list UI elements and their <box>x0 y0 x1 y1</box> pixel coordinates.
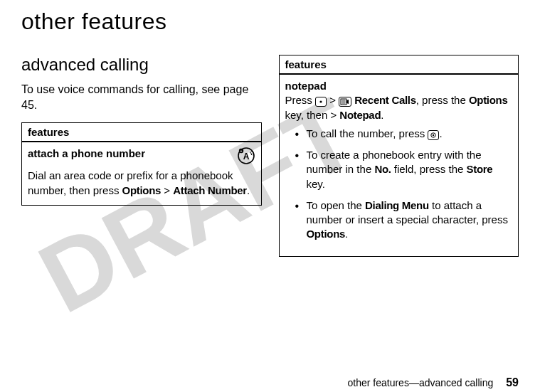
notepad-label: Notepad <box>339 109 381 121</box>
intro-page-ref: 45 <box>21 99 34 111</box>
send-key-icon <box>428 130 439 140</box>
no-field-label: No. <box>374 163 391 175</box>
b3-c: . <box>345 228 348 240</box>
feature-desc: Dial an area code or prefix for a phoneb… <box>28 169 255 198</box>
right-column: features notepad Press > <box>279 55 519 257</box>
feature-box-notepad: features notepad Press > <box>279 55 519 257</box>
accessibility-icon: + A <box>237 147 255 169</box>
feature-subtitle: attach a phone number <box>28 147 145 161</box>
b2-c: key. <box>307 178 325 190</box>
intro-b: . <box>34 99 37 111</box>
press2: , press the <box>416 94 469 106</box>
gt: > <box>161 184 173 196</box>
svg-point-11 <box>433 134 434 136</box>
feature-box-header: features <box>22 123 261 142</box>
gt1: > <box>327 94 339 106</box>
svg-text:A: A <box>243 152 249 161</box>
svg-point-5 <box>319 101 322 103</box>
desc-b: . <box>247 184 250 196</box>
list-item: To create a phonebook entry with the num… <box>298 148 513 191</box>
notepad-instructions: Press > Recent Calls, <box>285 93 513 122</box>
left-column: advanced calling To use voice commands f… <box>21 55 262 257</box>
notepad-bullets: To call the number, press . To create a … <box>285 127 513 242</box>
page-footer: other features—advanced calling 59 <box>348 376 519 389</box>
feature-subtitle: notepad <box>285 79 513 93</box>
center-key-icon <box>315 97 327 107</box>
b1-b: . <box>439 127 442 139</box>
recent-calls-label: Recent Calls <box>354 94 415 106</box>
svg-text:+: + <box>240 149 242 153</box>
b2-b: field, press the <box>391 163 467 175</box>
page-title: other features <box>21 9 519 35</box>
options-key-label: Options <box>307 228 346 240</box>
page-number: 59 <box>506 376 519 389</box>
period: . <box>381 109 383 121</box>
store-key-label: Store <box>467 163 493 175</box>
b1-a: To call the number, press <box>307 127 428 139</box>
attach-number-label: Attach Number <box>173 184 247 196</box>
feature-box-header: features <box>280 55 519 75</box>
options-key-label: Options <box>469 94 508 106</box>
list-item: To call the number, press . <box>298 127 513 141</box>
press3: key, then > <box>285 109 340 121</box>
b3-a: To open the <box>307 199 366 211</box>
feature-box-attach-number: features attach a phone number + A <box>21 122 262 206</box>
press-label: Press <box>285 94 316 106</box>
intro-a: To use voice commands for calling, see p… <box>21 83 248 95</box>
dialing-menu-label: Dialing Menu <box>365 199 429 211</box>
options-key-label: Options <box>122 184 162 196</box>
recent-calls-menu-icon <box>339 97 351 107</box>
list-item: To open the Dialing Menu to attach a num… <box>298 198 513 242</box>
section-heading-advanced-calling: advanced calling <box>21 55 262 75</box>
footer-text: other features—advanced calling <box>348 377 494 388</box>
intro-text: To use voice commands for calling, see p… <box>21 82 262 112</box>
